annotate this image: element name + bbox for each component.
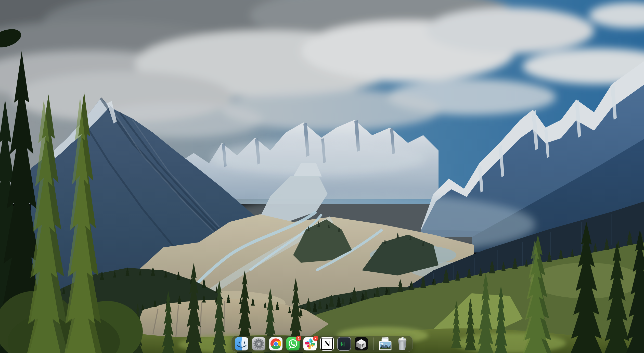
notion-tile: N — [320, 337, 334, 351]
slack-notification-badge: • — [313, 336, 318, 341]
desktop: 1 • N $| — [0, 0, 644, 353]
wallpaper-mountain-landscape — [0, 0, 644, 353]
chrome-icon[interactable] — [269, 337, 283, 351]
system-settings-icon[interactable] — [252, 337, 266, 351]
notion-letter: N — [324, 340, 330, 347]
cube-app-icon[interactable] — [354, 337, 368, 351]
terminal-prompt: $| — [338, 342, 345, 346]
finder-icon[interactable] — [235, 337, 249, 351]
terminal-tile: $| — [337, 337, 351, 351]
trash-full-icon[interactable] — [395, 337, 409, 351]
whatsapp-notification-badge: 1 — [296, 336, 301, 341]
vignette — [0, 0, 644, 353]
notion-icon[interactable]: N — [320, 337, 334, 351]
terminal-icon[interactable]: $| — [337, 337, 351, 351]
whatsapp-icon[interactable]: 1 — [286, 337, 300, 351]
dock-separator — [373, 337, 373, 350]
notion-frame: N — [321, 338, 333, 350]
screenshot-file-icon[interactable] — [378, 337, 392, 351]
slack-icon[interactable]: • — [303, 337, 317, 351]
dock: 1 • N $| — [231, 336, 413, 352]
